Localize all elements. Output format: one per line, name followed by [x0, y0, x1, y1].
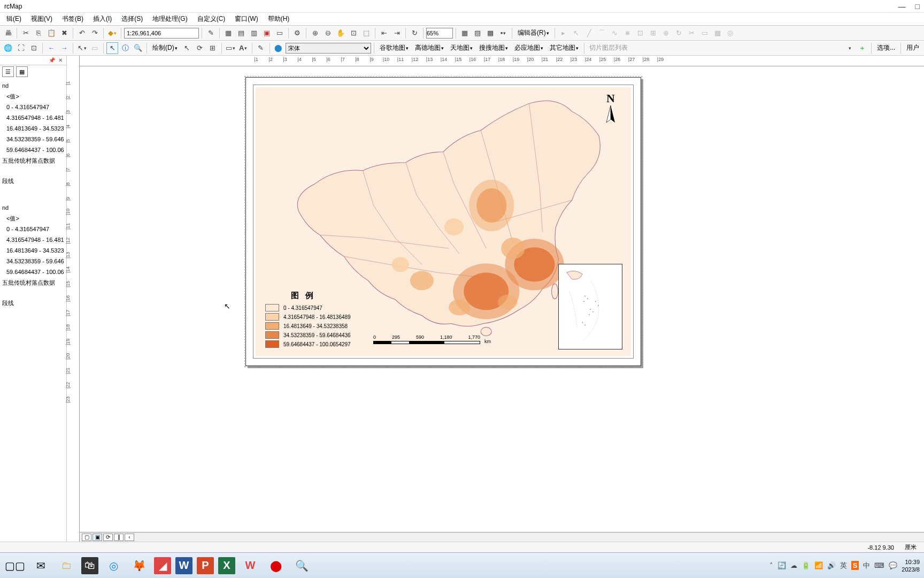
undo-icon[interactable]: ↶ — [76, 27, 88, 39]
basemap-google[interactable]: 谷歌地图▾ — [377, 42, 411, 54]
tray-ime1[interactable]: 英 — [840, 561, 847, 571]
cut-icon[interactable]: ✂ — [20, 27, 32, 39]
catalog-icon[interactable]: ▤ — [235, 27, 247, 39]
search-window-icon[interactable]: ▥ — [248, 27, 260, 39]
draw-menu[interactable]: 绘制(D)▾ — [150, 42, 180, 54]
menu-help[interactable]: 帮助(H) — [264, 13, 294, 25]
tray-keyboard-icon[interactable]: ⌨ — [874, 561, 884, 569]
zoom-next-icon[interactable]: ⇥ — [391, 27, 403, 39]
copy-icon[interactable]: ⎘ — [33, 27, 44, 39]
full-icon[interactable]: ⊡ — [28, 42, 40, 54]
wps-icon[interactable]: W — [240, 555, 261, 576]
select-elements-icon[interactable]: ↖ — [106, 42, 118, 54]
minimize-button[interactable]: — — [898, 2, 906, 11]
powerpoint-icon[interactable]: P — [197, 557, 214, 574]
inset-map-south-china-sea[interactable] — [558, 264, 622, 349]
options-button[interactable]: 选项... — [874, 42, 898, 54]
record-icon[interactable]: ⬤ — [265, 555, 287, 576]
scale-input[interactable] — [124, 28, 199, 39]
basemap-gaode[interactable]: 高德地图▾ — [412, 42, 446, 54]
python-icon[interactable]: ▭ — [274, 27, 286, 39]
app-red-icon[interactable]: ◢ — [154, 557, 171, 574]
zoom-in-icon[interactable]: ⊕ — [309, 27, 321, 39]
north-arrow[interactable]: N — [600, 92, 621, 129]
layout-view[interactable]: |1|2|3|4|5|6|7|8|9|10|11|12|13|14|15|16|… — [80, 56, 924, 542]
maximize-button[interactable]: □ — [915, 2, 920, 11]
taskbar-clock[interactable]: 10:39 2023/8 — [902, 558, 920, 573]
menu-view[interactable]: 视图(V) — [27, 13, 57, 25]
toc-icon[interactable]: ▦ — [222, 27, 234, 39]
tray-onedrive-icon[interactable]: ☁ — [790, 561, 797, 569]
rulers-icon[interactable]: ▪▾ — [497, 27, 509, 39]
search-app-icon[interactable]: 🔍 — [291, 555, 312, 576]
draw-text-icon[interactable]: A▾ — [237, 42, 249, 54]
forward-icon[interactable]: → — [58, 42, 70, 54]
basemap-other[interactable]: 其它地图▾ — [547, 42, 581, 54]
word-icon[interactable]: W — [175, 557, 192, 574]
fixed-zoom-in-icon[interactable]: ⬚ — [360, 27, 372, 39]
globe-icon[interactable]: 🌐 — [2, 42, 14, 54]
redo-icon[interactable]: ↷ — [89, 27, 101, 39]
excel-icon[interactable]: X — [218, 557, 235, 574]
draw-zoom-icon[interactable]: ⊞ — [207, 42, 219, 54]
toc-source-tab[interactable]: ▦ — [16, 66, 28, 77]
draw-rotate-icon[interactable]: ⟳ — [194, 42, 206, 54]
tray-battery-icon[interactable]: 🔋 — [802, 561, 810, 569]
menu-geoprocessing[interactable]: 地理处理(G) — [148, 13, 191, 25]
data-view-tab[interactable]: ▢ — [82, 534, 91, 541]
tray-sync-icon[interactable]: 🔄 — [777, 561, 786, 569]
menu-selection[interactable]: 选择(S) — [117, 13, 147, 25]
tray-notification-icon[interactable]: 💬 — [889, 561, 897, 569]
layout-zoom-select[interactable] — [426, 28, 453, 39]
scale-bar[interactable]: 02955901,1801,770 km — [373, 334, 480, 344]
add-data-icon[interactable]: ◆▾ — [106, 27, 118, 39]
zoom-out-icon[interactable]: ⊖ — [322, 27, 334, 39]
pause-draw-icon[interactable]: ‖ — [114, 534, 124, 541]
editor-toolbar-icon[interactable]: ✎ — [205, 27, 217, 39]
refresh-icon[interactable]: ↻ — [409, 27, 420, 39]
basemap-bing[interactable]: 必应地图▾ — [512, 42, 546, 54]
menu-insert[interactable]: 插入(I) — [89, 13, 116, 25]
full-extent-icon[interactable]: ⊡ — [348, 27, 359, 39]
menu-window[interactable]: 窗口(W) — [230, 13, 262, 25]
draw-select-icon[interactable]: ↖ — [181, 42, 193, 54]
store-icon[interactable]: 🛍 — [81, 557, 98, 574]
find-icon[interactable]: 🔍 — [132, 42, 144, 54]
layout-page[interactable]: N — [245, 77, 641, 366]
tray-sogou-icon[interactable]: S — [851, 561, 859, 570]
tray-ime2[interactable]: 中 — [863, 561, 870, 571]
firefox-icon[interactable]: 🦊 — [128, 555, 150, 576]
map-legend[interactable]: 图例 0 - 4.3165479474.316547948 - 16.48136… — [265, 291, 372, 349]
draw-rect-icon[interactable]: ▭▾ — [225, 42, 236, 54]
identify-icon[interactable]: ⓘ — [119, 42, 131, 54]
toc-list-tab[interactable]: ☰ — [2, 66, 14, 77]
tray-wifi-icon[interactable]: 📶 — [814, 561, 823, 569]
map-data-frame[interactable]: N — [256, 87, 631, 356]
edge-icon[interactable]: ◎ — [103, 555, 124, 576]
paste-icon[interactable]: 📋 — [45, 27, 57, 39]
data-frame-icon[interactable]: ▦ — [459, 27, 471, 39]
toc-pin-icon[interactable]: 📌 — [48, 57, 56, 64]
refresh-view-icon[interactable]: ⟳ — [103, 534, 113, 541]
expand-icon[interactable]: ⛶ — [15, 42, 27, 54]
tray-volume-icon[interactable]: 🔊 — [827, 561, 836, 569]
prev-extent-icon[interactable]: ‹ — [125, 534, 134, 541]
explorer-icon[interactable]: 🗀 — [56, 555, 77, 576]
basemap-soso[interactable]: 搜搜地图▾ — [476, 42, 511, 54]
menu-bookmarks[interactable]: 书签(B) — [58, 13, 88, 25]
font-color-icon[interactable]: ⬤ — [273, 42, 284, 54]
toc-close-icon[interactable]: ✕ — [57, 57, 64, 64]
arctoolbox-icon[interactable]: ▣ — [261, 27, 273, 39]
back-icon[interactable]: ← — [45, 42, 57, 54]
toc-hscroll[interactable] — [0, 533, 66, 542]
zoom-prev-icon[interactable]: ⇤ — [378, 27, 390, 39]
taskview-icon[interactable]: ▢▢ — [4, 555, 26, 576]
tray-chevron-icon[interactable]: ˄ — [769, 561, 773, 569]
mail-icon[interactable]: ✉ — [30, 555, 51, 576]
users-button[interactable]: 用户 — [904, 42, 922, 54]
select-features-icon[interactable]: ↖▾ — [76, 42, 88, 54]
print-icon[interactable]: 🖶 — [2, 27, 14, 39]
basemap-tianditu[interactable]: 天地图▾ — [448, 42, 475, 54]
pan-icon[interactable]: ✋ — [335, 27, 346, 39]
menu-edit[interactable]: 辑(E) — [2, 13, 26, 25]
